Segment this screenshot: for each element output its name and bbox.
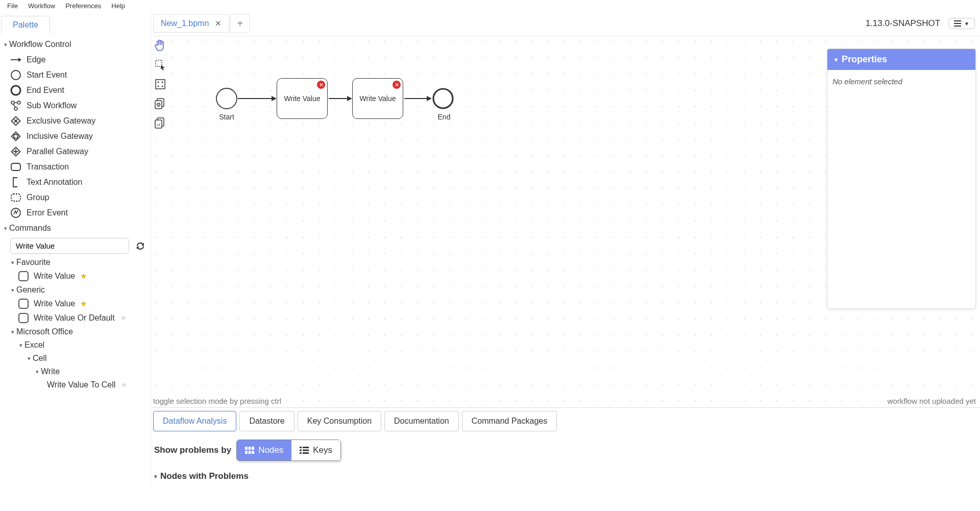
upload-status: workflow not uploaded yet bbox=[888, 397, 976, 405]
palette-transaction[interactable]: Transaction bbox=[0, 159, 151, 175]
edge-2[interactable] bbox=[329, 98, 347, 99]
menu-preferences[interactable]: Preferences bbox=[60, 1, 106, 11]
start-label: Start bbox=[211, 113, 242, 121]
tree-write[interactable]: ▾Write bbox=[0, 365, 151, 378]
svg-point-36 bbox=[216, 88, 237, 109]
tab-key-consumption[interactable]: Key Consumption bbox=[298, 411, 381, 431]
palette-end-event[interactable]: End Event bbox=[0, 83, 151, 98]
select-tool[interactable] bbox=[153, 58, 167, 72]
palette-item-label: Edge bbox=[27, 55, 45, 64]
task-label: Write Value bbox=[284, 94, 320, 103]
properties-body: No element selected bbox=[827, 70, 975, 93]
menu-help[interactable]: Help bbox=[106, 1, 130, 11]
edge-3[interactable] bbox=[404, 98, 427, 99]
svg-text:v1: v1 bbox=[157, 123, 161, 127]
tab-documentation[interactable]: Documentation bbox=[384, 411, 459, 431]
palette-exclusive-gateway[interactable]: Exclusive Gateway bbox=[0, 113, 151, 129]
task-box-icon bbox=[18, 313, 29, 323]
workflow-control-header[interactable]: ▾ Workflow Control bbox=[0, 37, 151, 52]
nodes-with-problems-header[interactable]: ▾ Nodes with Problems bbox=[151, 466, 980, 486]
palette-item-label: Start Event bbox=[27, 70, 67, 80]
svg-point-13 bbox=[14, 134, 18, 138]
palette-edge[interactable]: Edge bbox=[0, 52, 151, 67]
edge-1[interactable] bbox=[238, 98, 272, 99]
command-filter-input[interactable] bbox=[10, 238, 129, 254]
palette-error-event[interactable]: Error Event bbox=[0, 205, 151, 221]
task-node-2[interactable]: Write Value ✕ bbox=[352, 78, 403, 119]
paste-tool[interactable]: v1 bbox=[153, 116, 167, 130]
svg-rect-46 bbox=[300, 450, 302, 451]
toggle-keys[interactable]: Keys bbox=[291, 440, 340, 460]
office-header[interactable]: ▾ Microsoft Office bbox=[0, 325, 151, 338]
tab-command-packages[interactable]: Command Packages bbox=[462, 411, 557, 431]
star-icon[interactable]: ★ bbox=[80, 299, 87, 308]
circle-bold-icon bbox=[10, 85, 21, 96]
chevron-down-icon: ▾ bbox=[2, 225, 9, 232]
close-tab-button[interactable]: ✕ bbox=[215, 19, 222, 28]
end-event-node[interactable] bbox=[432, 87, 454, 110]
toggle-label: Keys bbox=[313, 445, 332, 455]
commands-title: Commands bbox=[9, 224, 51, 233]
palette-parallel-gateway[interactable]: Parallel Gateway bbox=[0, 144, 151, 159]
chevron-down-icon: ▾ bbox=[34, 369, 41, 375]
palette-sub-workflow[interactable]: Sub Workflow bbox=[0, 98, 151, 113]
refresh-icon bbox=[135, 240, 146, 252]
circle-icon bbox=[10, 69, 21, 81]
list-icon bbox=[300, 447, 309, 454]
svg-rect-42 bbox=[249, 451, 251, 454]
toggle-nodes[interactable]: Nodes bbox=[237, 440, 291, 460]
palette-item-label: Text Annotation bbox=[27, 178, 82, 187]
fit-tool[interactable] bbox=[153, 77, 167, 91]
generic-header[interactable]: ▾ Generic bbox=[0, 283, 151, 297]
file-tab[interactable]: New_1.bpmn ✕ bbox=[153, 14, 229, 33]
cmd-write-value-fav[interactable]: Write Value★ bbox=[0, 269, 151, 283]
tab-datastore[interactable]: Datastore bbox=[239, 411, 294, 431]
diamond-o-icon bbox=[10, 131, 21, 142]
workflow-control-title: Workflow Control bbox=[9, 40, 71, 49]
palette-group[interactable]: Group bbox=[0, 190, 151, 205]
star-empty-icon[interactable]: ★ bbox=[120, 313, 127, 323]
tree-excel[interactable]: ▾Excel bbox=[0, 338, 151, 352]
refresh-button[interactable] bbox=[134, 240, 146, 252]
menu-file[interactable]: File bbox=[2, 1, 23, 11]
svg-point-5 bbox=[17, 101, 20, 104]
palette-item-label: Sub Workflow bbox=[27, 101, 77, 110]
cmd-write-value[interactable]: Write Value★ bbox=[0, 297, 151, 311]
cmd-write-value-to-cell[interactable]: Write Value To Cell★ bbox=[0, 378, 151, 392]
new-tab-button[interactable]: + bbox=[230, 14, 250, 33]
menubar: File Workflow Preferences Help bbox=[0, 0, 980, 11]
cmd-label: Write Value bbox=[34, 272, 75, 281]
properties-title: Properties bbox=[842, 54, 887, 65]
chevron-down-icon: ▾ bbox=[9, 259, 16, 266]
tab-dataflow-analysis[interactable]: Dataflow Analysis bbox=[153, 411, 236, 431]
canvas-hint: toggle selection mode by pressing ctrl bbox=[153, 397, 281, 405]
problems-toggle: Nodes Keys bbox=[236, 440, 341, 461]
svg-point-28 bbox=[162, 86, 163, 87]
error-badge-icon[interactable]: ✕ bbox=[393, 81, 401, 89]
star-icon[interactable]: ★ bbox=[80, 272, 87, 281]
start-event-node[interactable] bbox=[215, 87, 238, 110]
commands-header[interactable]: ▾ Commands bbox=[0, 221, 151, 236]
palette-text-annotation[interactable]: Text Annotation bbox=[0, 175, 151, 190]
star-empty-icon[interactable]: ★ bbox=[120, 380, 127, 390]
menu-button[interactable]: ▼ bbox=[948, 18, 975, 29]
pan-tool[interactable] bbox=[153, 38, 167, 53]
tab-row: New_1.bpmn ✕ + 1.13.0-SNAPSHOT ▼ bbox=[151, 11, 980, 36]
bottom-tabs: Dataflow Analysis Datastore Key Consumpt… bbox=[151, 408, 980, 434]
copy-tool[interactable] bbox=[153, 96, 167, 111]
menu-workflow[interactable]: Workflow bbox=[23, 1, 60, 11]
diamond-x-icon bbox=[10, 115, 21, 127]
palette-tab[interactable]: Palette bbox=[1, 16, 50, 34]
tree-cell[interactable]: ▾Cell bbox=[0, 352, 151, 365]
favourite-header[interactable]: ▾ Favourite bbox=[0, 256, 151, 269]
task-node-1[interactable]: Write Value ✕ bbox=[277, 78, 328, 119]
error-badge-icon[interactable]: ✕ bbox=[317, 81, 325, 89]
canvas[interactable]: v1 Start Write Value ✕ Write Value ✕ End bbox=[151, 36, 980, 407]
palette-inclusive-gateway[interactable]: Inclusive Gateway bbox=[0, 129, 151, 144]
svg-rect-17 bbox=[11, 163, 20, 171]
properties-header[interactable]: ▾ Properties bbox=[827, 49, 975, 70]
palette-item-label: Inclusive Gateway bbox=[27, 132, 93, 141]
palette-start-event[interactable]: Start Event bbox=[0, 67, 151, 83]
lasso-select-icon bbox=[155, 59, 166, 70]
cmd-write-value-or-default[interactable]: Write Value Or Default★ bbox=[0, 311, 151, 325]
